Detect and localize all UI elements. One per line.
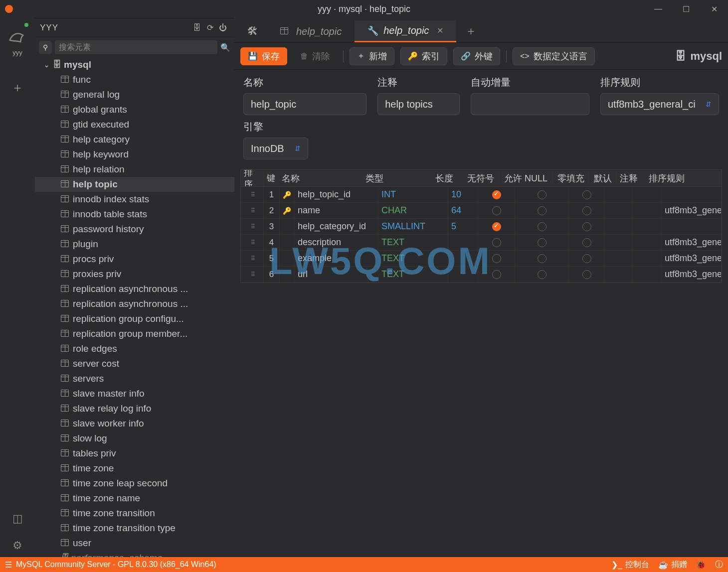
cell-type[interactable]: TEXT (378, 267, 448, 282)
tree-table[interactable]: tables priv (35, 446, 234, 461)
ddl-button[interactable]: <>数据定义语言 (513, 47, 595, 65)
unsigned-checkbox[interactable] (492, 254, 501, 263)
cell-type[interactable]: INT (378, 187, 448, 202)
tree-table[interactable]: slave worker info (35, 416, 234, 431)
tree-table[interactable]: role edges (35, 341, 234, 356)
index-button[interactable]: 🔑索引 (400, 47, 447, 65)
close-icon[interactable]: ✕ (437, 26, 443, 35)
collation-select[interactable]: utf8mb3_general_ci⇵ (600, 93, 719, 115)
drag-handle-icon[interactable]: ⠿ (251, 255, 254, 262)
zerofill-checkbox[interactable] (582, 254, 591, 263)
cell-name[interactable]: help_topic_id (295, 187, 378, 202)
cell-collation[interactable]: utf8mb3_general_ci (662, 251, 722, 266)
cell-collation[interactable]: utf8mb3_general_ci (662, 203, 722, 218)
cell-default[interactable] (605, 187, 633, 202)
tree-table[interactable]: slave master info (35, 386, 234, 401)
connection-indicator[interactable]: 🗄 mysql (675, 50, 722, 63)
tree-table[interactable]: help category (35, 132, 234, 147)
tree-table[interactable]: time zone transition (35, 506, 234, 521)
cell-collation[interactable]: utf8mb3_general_ci (662, 235, 722, 250)
unsigned-checkbox[interactable] (492, 190, 501, 199)
drag-handle-icon[interactable]: ⠿ (251, 191, 254, 198)
col-length[interactable]: 长度 (432, 170, 462, 186)
unsigned-checkbox[interactable] (492, 222, 501, 231)
tree-table[interactable]: help keyword (35, 147, 234, 162)
drag-handle-icon[interactable]: ⠿ (251, 271, 254, 278)
tree-table[interactable]: servers (35, 371, 234, 386)
zerofill-checkbox[interactable] (582, 190, 591, 199)
nullable-checkbox[interactable] (538, 254, 546, 263)
tab-tools[interactable]: 🛠 (238, 20, 267, 42)
tree-table[interactable]: replication group member... (35, 326, 234, 341)
add-connection-button[interactable]: + (13, 80, 21, 96)
unsigned-checkbox[interactable] (492, 270, 501, 279)
tab-table-structure[interactable]: 🔧 help_topic ✕ (355, 20, 456, 42)
grid-row[interactable]: ⠿5exampleTEXTutf8mb3_general_ci (241, 251, 722, 267)
tree-table[interactable]: time zone (35, 461, 234, 476)
tab-table-data[interactable]: help_topic (267, 20, 355, 42)
cell-collation[interactable] (662, 219, 722, 234)
cell-name[interactable]: help_category_id (295, 219, 378, 234)
connection-tab[interactable]: yyy (6, 23, 28, 56)
refresh-icon[interactable]: ⟳ (203, 23, 216, 32)
drag-handle-icon[interactable]: ⠿ (251, 239, 254, 246)
bug-icon[interactable]: 🐞 (696, 560, 706, 570)
cell-length[interactable] (448, 267, 478, 282)
tree-table[interactable]: gtid executed (35, 117, 234, 132)
tree-table[interactable]: slow log (35, 431, 234, 446)
disconnect-icon[interactable]: ⏻ (216, 23, 229, 32)
cell-name[interactable]: url (295, 267, 378, 282)
schema-tree[interactable]: ⌄🗄mysqlfuncgeneral logglobal grantsgtid … (35, 57, 234, 557)
cell-default[interactable] (605, 219, 633, 234)
tree-table[interactable]: password history (35, 222, 234, 237)
cell-default[interactable] (605, 203, 633, 218)
donate-button[interactable]: ☕捐赠 (658, 560, 687, 570)
tree-table[interactable]: help topic (35, 177, 234, 192)
tree-table[interactable]: time zone name (35, 491, 234, 506)
comment-input[interactable]: help topics (377, 93, 460, 115)
close-button[interactable]: ✕ (700, 0, 728, 18)
cell-comment[interactable] (633, 267, 662, 282)
tree-table[interactable]: time zone transition type (35, 521, 234, 536)
cell-name[interactable]: name (295, 203, 378, 218)
cell-type[interactable]: CHAR (378, 203, 448, 218)
cell-length[interactable]: 10 (448, 187, 478, 202)
tree-table[interactable]: replication asynchronous ... (35, 296, 234, 311)
nullable-checkbox[interactable] (538, 270, 546, 279)
tree-table[interactable]: general log (35, 87, 234, 102)
cell-default[interactable] (605, 251, 633, 266)
unsigned-checkbox[interactable] (492, 206, 501, 215)
tree-database-collapsed[interactable]: ›🗄performance_schema (35, 551, 234, 557)
drag-handle-icon[interactable]: ⠿ (251, 223, 254, 230)
maximize-button[interactable]: ☐ (672, 0, 700, 18)
grid-row[interactable]: ⠿4descriptionTEXTutf8mb3_general_ci (241, 235, 722, 251)
cell-type[interactable]: TEXT (378, 251, 448, 266)
name-input[interactable]: help_topic (243, 93, 366, 115)
tree-table[interactable]: server cost (35, 356, 234, 371)
tree-table[interactable]: innodb table stats (35, 207, 234, 222)
autoinc-input[interactable] (471, 93, 589, 115)
col-sort[interactable]: 排序 (241, 170, 264, 186)
cell-comment[interactable] (633, 187, 662, 202)
cell-type[interactable]: SMALLINT (378, 219, 448, 234)
cell-comment[interactable] (633, 219, 662, 234)
tree-table[interactable]: global grants (35, 102, 234, 117)
grid-row[interactable]: ⠿2🔑nameCHAR64utf8mb3_general_ci (241, 203, 722, 219)
cell-type[interactable]: TEXT (378, 235, 448, 250)
nullable-checkbox[interactable] (538, 206, 546, 215)
cell-default[interactable] (605, 235, 633, 250)
history-icon[interactable]: ◫ (12, 512, 23, 525)
cell-collation[interactable] (662, 187, 722, 202)
grid-row[interactable]: ⠿3help_category_idSMALLINT5 (241, 219, 722, 235)
col-zerofill[interactable]: 零填充 (553, 170, 589, 186)
tree-table[interactable]: proxies priv (35, 267, 234, 282)
nullable-checkbox[interactable] (538, 222, 546, 231)
cell-length[interactable] (448, 235, 478, 250)
col-nullable[interactable]: 允许 NULL (499, 170, 553, 186)
tree-table[interactable]: func (35, 72, 234, 87)
tree-table[interactable]: help relation (35, 162, 234, 177)
cell-length[interactable]: 5 (448, 219, 478, 234)
zerofill-checkbox[interactable] (582, 222, 591, 231)
cell-comment[interactable] (633, 235, 662, 250)
grid-row[interactable]: ⠿6urlTEXTutf8mb3_general_ci (241, 267, 722, 283)
